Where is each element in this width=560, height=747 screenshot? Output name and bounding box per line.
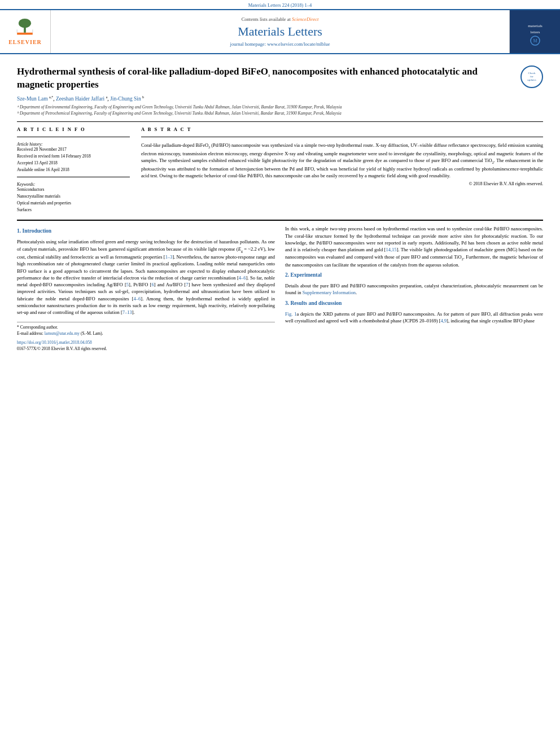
info-top-divider (17, 137, 130, 137)
ref-7[interactable]: 7 (186, 282, 188, 287)
keywords-section: Keywords: Semiconductors Nanocrystalline… (17, 182, 130, 212)
materials-letters-badge: materials letters M (518, 15, 552, 49)
email-link[interactable]: lamsm@utar.edu.my (45, 331, 80, 336)
elsevier-logo: ELSEVIER (8, 18, 42, 45)
copyright-line: © 2018 Elsevier B.V. All rights reserved… (141, 181, 543, 186)
article-info-heading: A R T I C L E I N F O (17, 126, 130, 132)
author-2[interactable]: Zeeshan Haider Jaffari (56, 96, 104, 102)
main-divider (17, 220, 543, 221)
keywords-label: Keywords: (17, 182, 130, 187)
sciencedirect-link[interactable]: ScienceDirect (292, 16, 318, 22)
revised-date: Received in revised form 14 February 201… (17, 154, 130, 159)
info-mid-divider (17, 177, 130, 177)
sciencedirect-line: Contents lists available at ScienceDirec… (242, 16, 319, 22)
svg-text:M: M (533, 38, 537, 43)
contents-text: Contents lists available at (242, 16, 291, 22)
ref-4-9[interactable]: 4,9 (440, 318, 447, 324)
ref-14-15[interactable]: 14,15 (386, 247, 396, 252)
affiliation-b: ᵇ Department of Petrochemical Engineerin… (17, 111, 512, 116)
journal-badge-section: materials letters M (509, 10, 560, 53)
email-footnote: E-mail address: lamsm@utar.edu.my (S.-M.… (17, 331, 275, 337)
footnote-section: * Corresponding author. E-mail address: … (17, 322, 275, 337)
keyword-2: Nanocrystalline materials (17, 194, 130, 199)
corresponding-footnote: * Corresponding author. (17, 325, 275, 331)
experimental-title: 2. Experimental (285, 272, 543, 279)
top-bar: Materials Letters 224 (2018) 1–4 (0, 0, 560, 9)
received-date: Received 28 November 2017 (17, 147, 130, 152)
body-col-left: 1. Introduction Photocatalysis using sol… (17, 225, 275, 352)
ref-5[interactable]: 5 (126, 282, 129, 287)
journal-title: Materials Letters (238, 24, 322, 39)
check-for-updates-badge[interactable]: Checkforupdates (520, 65, 543, 88)
ref-6[interactable]: 6 (151, 282, 154, 287)
title-divider (17, 121, 543, 122)
elsevier-wordmark: ELSEVIER (8, 39, 42, 45)
article-title: Hydrothermal synthesis of coral-like pal… (17, 65, 512, 91)
accepted-date: Accepted 13 April 2018 (17, 160, 130, 165)
journal-header: ELSEVIER Contents lists available at Sci… (0, 9, 560, 54)
issn-line: 0167-577X/© 2018 Elsevier B.V. All right… (17, 346, 275, 352)
elsevier-logo-section: ELSEVIER (0, 10, 51, 53)
experimental-text: Details about the pure BFO and Pd/BFO na… (285, 282, 543, 296)
page: Materials Letters 224 (2018) 1–4 ELSEVIE… (0, 0, 560, 747)
intro-text-col1: Photocatalysis using solar irradiation o… (17, 238, 275, 316)
ref-4-6b[interactable]: 4–6 (134, 296, 141, 302)
article-title-text: Hydrothermal synthesis of coral-like pal… (17, 65, 512, 117)
authors-line: Sze-Mun Lam a,*, Zeeshan Haider Jaffari … (17, 95, 512, 102)
author-3[interactable]: Jin-Chung Sin (110, 96, 141, 102)
materials-letters-icon: materials letters M (518, 15, 552, 49)
intro-text-col2: In this work, a simple two-step process … (285, 225, 543, 268)
check-badge-inner: Checkforupdates (520, 65, 543, 88)
online-date: Available online 16 April 2018 (17, 167, 130, 172)
journal-homepage: journal homepage: www.elsevier.com/locat… (230, 41, 330, 47)
results-text: Fig. 1a depicts the XRD patterns of pure… (285, 311, 543, 325)
journal-homepage-link[interactable]: journal homepage: www.elsevier.com/locat… (230, 41, 330, 47)
abstract-text: Coral-like palladium-doped BiFeO3 (Pd/BF… (141, 142, 543, 179)
ref-4-6[interactable]: 4–6 (239, 275, 246, 281)
svg-text:letters: letters (530, 30, 540, 34)
journal-header-center: Contents lists available at ScienceDirec… (51, 10, 509, 53)
svg-rect-0 (18, 33, 33, 35)
journal-volume-info: Materials Letters 224 (2018) 1–4 (248, 2, 312, 8)
keyword-1: Semiconductors (17, 187, 130, 192)
abstract-top-divider (141, 137, 543, 137)
svg-text:materials: materials (528, 24, 542, 28)
supplementary-link[interactable]: Supplementary Information (303, 290, 356, 295)
history-label: Article history: (17, 142, 130, 147)
doi-link[interactable]: https://doi.org/10.1016/j.matlet.2018.04… (17, 340, 92, 345)
fig1-link[interactable]: Fig. 1 (285, 311, 296, 317)
article-info-column: A R T I C L E I N F O Article history: R… (17, 126, 130, 214)
author-1[interactable]: Sze-Mun Lam (17, 96, 48, 102)
keyword-4: Surfaces (17, 207, 130, 212)
affiliation-a: ᵃ Department of Environmental Engineerin… (17, 104, 512, 110)
ref-7-13[interactable]: 7–13 (123, 309, 132, 315)
keyword-3: Optical materials and properties (17, 200, 130, 206)
ref-1-3[interactable]: 1–3 (165, 254, 173, 260)
elsevier-tree-icon (11, 18, 39, 38)
body-col-right: In this work, a simple two-step process … (285, 225, 543, 352)
body-columns: 1. Introduction Photocatalysis using sol… (17, 225, 543, 352)
results-title: 3. Results and discussion (285, 300, 543, 308)
doi-section: https://doi.org/10.1016/j.matlet.2018.04… (17, 340, 275, 346)
abstract-column: A B S T R A C T Coral-like palladium-dop… (141, 126, 543, 214)
intro-title: 1. Introduction (17, 228, 275, 235)
article-meta-section: A R T I C L E I N F O Article history: R… (17, 126, 543, 214)
article-title-section: Hydrothermal synthesis of coral-like pal… (17, 60, 543, 117)
article-content: Hydrothermal synthesis of coral-like pal… (0, 54, 560, 358)
abstract-heading: A B S T R A C T (141, 126, 543, 132)
svg-point-2 (19, 19, 31, 28)
